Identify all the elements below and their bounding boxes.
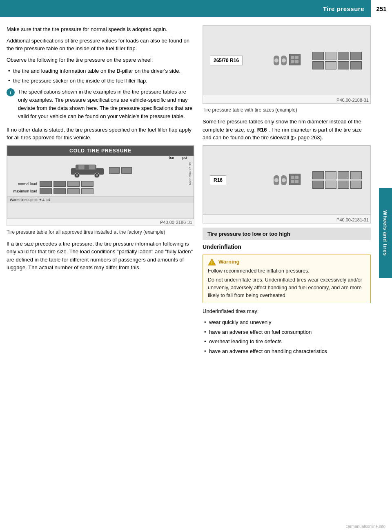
tire-cell-5 [312, 61, 324, 69]
side-code: A483 584 26 39 [188, 162, 192, 186]
warning-text-2: Do not underinflate tires. Underinflated… [208, 276, 365, 299]
section-header: Tire pressure too low or too high [203, 228, 371, 240]
bullet-item-1: the tire and loading information table o… [7, 67, 194, 75]
underinflated-intro: Underinflated tires may: [203, 307, 371, 315]
tire-size-label-1: 265/70 R16 [210, 56, 243, 65]
tire-cell-r2-3 [338, 171, 349, 179]
tire-size-image-box-2: R16 [203, 145, 371, 224]
warning-text-1: Follow recommended tire inflation pressu… [208, 267, 365, 275]
tire-cell-6 [325, 61, 336, 69]
tire-icon-1 [273, 54, 287, 67]
spare-wheel-bullets: the tire and loading information table o… [7, 67, 194, 85]
tire-cell-8 [350, 61, 362, 69]
img-caption-r1: Tire pressure table with tire sizes (exa… [203, 106, 371, 114]
underinflation-header: Underinflation [203, 244, 371, 252]
tire-cell-3 [338, 52, 349, 60]
cold-tire-box: COLD TIRE PRESSURE bar psi [7, 145, 194, 219]
img-caption1: Tire pressure table for all approved tir… [7, 228, 194, 236]
bar-labels-row: bar psi [7, 156, 194, 160]
side-tab: Wheels and tires [379, 188, 392, 278]
left-column: Make sure that the tire pressure for nor… [7, 25, 194, 525]
ref-code-2: P40.00-2181-31 [203, 217, 370, 223]
underinflated-bullets: wear quickly and unevenly have an advers… [203, 318, 371, 355]
maximum-load-bars [40, 188, 94, 194]
para3: Observe the following for the tire press… [7, 56, 194, 64]
max-bar-3 [67, 188, 80, 194]
info-icon: i [7, 88, 15, 96]
tire-grid-1 [312, 52, 362, 69]
svg-point-10 [274, 58, 278, 63]
tire-size-label-2: R16 [210, 175, 226, 185]
side-tab-label: Wheels and tires [383, 210, 389, 255]
bullet-item-2: the tire pressure sticker on the inside … [7, 77, 194, 85]
svg-point-15 [282, 178, 286, 182]
right-column: 265/70 R16 [203, 25, 385, 525]
car-svg [69, 162, 106, 179]
svg-point-3 [76, 174, 78, 177]
right-img-1: 265/70 R16 [203, 26, 370, 95]
svg-point-14 [274, 178, 278, 182]
main-content: Make sure that the tire pressure for nor… [0, 17, 392, 532]
warning-triangle-icon: ! [208, 258, 216, 266]
warm-tires-label: Warm tires up to: [10, 198, 38, 202]
tire-cell-4 [350, 52, 362, 60]
tire-size-image-box-1: 265/70 R16 [203, 25, 371, 104]
bold-r16: R16 [257, 127, 267, 133]
tire-cell-r2-7 [338, 181, 349, 189]
tire-cell-r2-6 [325, 181, 336, 189]
normal-load-bars [40, 181, 94, 187]
tire-cell-r2-2 [325, 171, 336, 179]
cold-tire-image-box: COLD TIRE PRESSURE bar psi [7, 145, 194, 226]
svg-rect-7 [89, 165, 95, 169]
info-box: i The specifications shown in the exampl… [7, 88, 194, 121]
max-bar-4 [81, 188, 94, 194]
tire-grid-2 [312, 171, 362, 189]
para5: If a tire size precedes a tire pressure,… [7, 240, 194, 272]
underinflated-bullet-2: have an adverse effect on fuel consumpti… [203, 328, 371, 336]
normal-bar-3 [67, 181, 80, 187]
warning-title-text: Warning [218, 259, 240, 265]
tire-cell-7 [338, 61, 349, 69]
svg-rect-6 [78, 165, 85, 169]
bar-label-bar: bar [166, 156, 177, 160]
normal-load-row: normal load [11, 181, 190, 187]
right-para1: Some tire pressure tables only show the … [203, 118, 371, 142]
normal-load-label: normal load [11, 182, 37, 186]
header-bar: Tire pressure 251 [0, 0, 392, 17]
normal-bar-1 [40, 181, 52, 187]
info-text: The specifications shown in the examples… [18, 88, 194, 121]
maximum-load-row: maximum load [11, 188, 190, 194]
bar-label-psi: psi [179, 156, 190, 160]
normal-bar-2 [53, 181, 66, 187]
para1: Make sure that the tire pressure for nor… [7, 25, 194, 34]
warm-tires-value: + 4 psi [39, 198, 50, 202]
cold-tire-ref-code: P40.00-2186-31 [7, 219, 194, 226]
svg-point-5 [96, 174, 98, 177]
para2: Additional specifications of tire pressu… [7, 37, 194, 53]
tire-rows: normal load maximum load [7, 179, 194, 196]
maximum-load-label: maximum load [11, 189, 37, 193]
svg-text:!: ! [211, 260, 213, 265]
tire-icon-2 [273, 174, 287, 187]
cold-tire-header: COLD TIRE PRESSURE [7, 146, 194, 156]
header-title: Tire pressure [0, 5, 371, 12]
max-bar-2 [53, 188, 66, 194]
underinflated-bullet-1: wear quickly and unevenly [203, 318, 371, 326]
ref-code-1: P40.00-2188-31 [203, 97, 370, 103]
right-img-2: R16 [203, 145, 370, 215]
tire-cell-1 [312, 52, 324, 60]
tire-cell-r2-8 [350, 181, 362, 189]
tire-cell-r2-5 [312, 181, 324, 189]
underinflated-bullet-3: overheat leading to tire defects [203, 338, 371, 346]
warning-svg: ! [208, 258, 216, 266]
svg-point-11 [282, 58, 286, 63]
warm-tires-row: Warm tires up to: + 4 psi [7, 197, 194, 203]
normal-bar-4 [81, 181, 94, 187]
tire-cell-r2-1 [312, 171, 324, 179]
max-bar-1 [40, 188, 52, 194]
warning-title-row: ! Warning [208, 258, 365, 266]
watermark: carmanualsonline.info [346, 524, 385, 529]
tire-cell-r2-4 [350, 171, 362, 179]
car-silhouette [7, 160, 194, 179]
underinflated-bullet-4: have an adverse effect on handling chara… [203, 347, 371, 355]
